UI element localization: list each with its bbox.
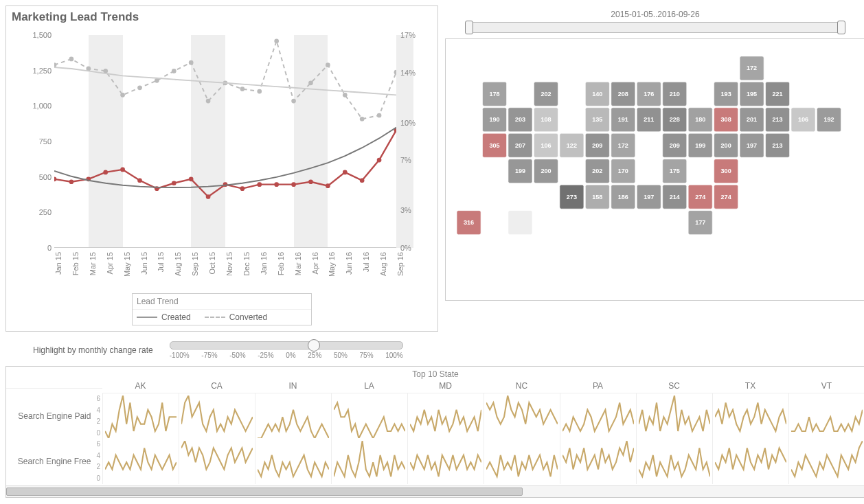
state-MD[interactable]: 197: [740, 133, 764, 157]
spark-col-SC[interactable]: SC: [636, 379, 712, 393]
state-AR[interactable]: 170: [611, 159, 635, 183]
state-LA[interactable]: 186: [611, 185, 635, 209]
state-KS[interactable]: 202: [585, 159, 609, 183]
sparkline-cell[interactable]: [407, 393, 484, 439]
state-IN[interactable]: 228: [663, 108, 687, 132]
state-OH[interactable]: 180: [688, 108, 712, 132]
state-ND[interactable]: 140: [585, 82, 609, 106]
state-AZ[interactable]: 199: [508, 159, 532, 183]
state-SC[interactable]: 274: [714, 185, 738, 209]
state-ID[interactable]: 190: [483, 108, 507, 132]
sparkline-cell[interactable]: [712, 439, 788, 484]
sparkline-cell[interactable]: [712, 393, 788, 439]
sparkline-cell[interactable]: [484, 393, 560, 439]
state-WV[interactable]: 199: [688, 133, 712, 157]
state-MS[interactable]: 197: [637, 185, 661, 209]
state-OR[interactable]: 203: [508, 108, 532, 132]
state-IA[interactable]: 191: [611, 108, 635, 132]
sparkline-cell[interactable]: [255, 393, 331, 439]
state-NE[interactable]: 209: [585, 133, 609, 157]
state-MN[interactable]: 208: [611, 82, 635, 106]
state-HI[interactable]: [508, 211, 532, 235]
state-WI[interactable]: 176: [637, 82, 661, 106]
spark-col-AK[interactable]: AK: [102, 379, 179, 393]
spark-col-IN[interactable]: IN: [255, 379, 331, 393]
svg-text:316: 316: [464, 219, 474, 226]
svg-text:273: 273: [567, 194, 577, 201]
state-CO[interactable]: 122: [560, 133, 584, 157]
svg-text:122: 122: [567, 142, 577, 149]
spark-col-VT[interactable]: VT: [788, 379, 864, 393]
state-OK[interactable]: 158: [585, 185, 609, 209]
state-AL[interactable]: 214: [663, 185, 687, 209]
state-NJ[interactable]: 201: [740, 108, 764, 132]
state-VT[interactable]: 195: [740, 82, 764, 106]
state-MO[interactable]: 172: [611, 133, 635, 157]
us-map[interactable]: 3161721782021402081762101931952211902031…: [453, 45, 851, 292]
state-NH[interactable]: 221: [766, 82, 790, 106]
sparkline-scrollbar[interactable]: [6, 485, 864, 497]
state-MI[interactable]: 210: [663, 82, 687, 106]
state-MA[interactable]: 213: [766, 108, 790, 132]
state-AK[interactable]: 316: [457, 211, 481, 235]
state-NC[interactable]: 300: [714, 159, 738, 183]
sparkline-cell[interactable]: [788, 439, 864, 484]
sparkline-cell[interactable]: [484, 439, 560, 484]
scrollbar-thumb[interactable]: [6, 488, 523, 496]
spark-col-PA[interactable]: PA: [560, 379, 636, 393]
state-TX[interactable]: 273: [560, 185, 584, 209]
highlight-slider[interactable]: [170, 341, 403, 350]
svg-text:135: 135: [592, 116, 602, 123]
sparkline-cell[interactable]: [255, 439, 331, 484]
highlight-slider-knob[interactable]: [308, 339, 320, 352]
sparkline-cell[interactable]: [179, 393, 255, 439]
spark-col-TX[interactable]: TX: [712, 379, 788, 393]
state-NM[interactable]: 200: [534, 159, 558, 183]
state-ME[interactable]: 172: [740, 56, 764, 80]
state-DE[interactable]: 213: [766, 133, 790, 157]
state-NY[interactable]: 193: [714, 82, 738, 106]
svg-point-12: [257, 182, 262, 187]
spark-col-CA[interactable]: CA: [179, 379, 255, 393]
svg-text:213: 213: [773, 142, 783, 149]
state-WA[interactable]: 178: [483, 82, 507, 106]
spark-col-LA[interactable]: LA: [331, 379, 407, 393]
state-CT[interactable]: 106: [791, 108, 815, 132]
state-VA[interactable]: 200: [714, 133, 738, 157]
sparkline-cell[interactable]: [788, 393, 864, 439]
state-MT[interactable]: 202: [534, 82, 558, 106]
state-FL[interactable]: 177: [688, 211, 712, 235]
sparkline-cell[interactable]: [179, 439, 255, 484]
sparkline-cell[interactable]: [331, 393, 407, 439]
sparkline-cell[interactable]: [102, 393, 179, 439]
state-UT[interactable]: 106: [534, 133, 558, 157]
legend-converted[interactable]: Converted: [205, 312, 267, 322]
state-KY[interactable]: 209: [663, 133, 687, 157]
sparkline-cell[interactable]: [331, 439, 407, 484]
svg-point-3: [103, 170, 108, 175]
state-SD[interactable]: 135: [585, 108, 609, 132]
state-PA[interactable]: 308: [714, 108, 738, 132]
sparkline-cell[interactable]: [636, 439, 712, 484]
legend-created[interactable]: Created: [137, 312, 191, 322]
state-NV[interactable]: 207: [508, 133, 532, 157]
svg-point-26: [137, 85, 142, 90]
state-RI[interactable]: 192: [817, 108, 841, 132]
sparkline-cell[interactable]: [560, 439, 636, 484]
date-range-slider[interactable]: [466, 22, 845, 33]
sparkline-cell[interactable]: [407, 439, 484, 484]
state-TN[interactable]: 175: [663, 159, 687, 183]
svg-text:202: 202: [592, 168, 602, 174]
date-range-handle-start[interactable]: [465, 21, 473, 34]
date-range-handle-end[interactable]: [837, 21, 845, 34]
state-IL[interactable]: 211: [637, 108, 661, 132]
trend-chart[interactable]: 02505007501,0001,2501,500 0%3%7%10%14%17…: [27, 28, 424, 289]
spark-col-NC[interactable]: NC: [484, 379, 560, 393]
state-GA[interactable]: 274: [688, 185, 712, 209]
spark-col-MD[interactable]: MD: [407, 379, 484, 393]
sparkline-cell[interactable]: [636, 393, 712, 439]
sparkline-cell[interactable]: [102, 439, 179, 484]
state-WY[interactable]: 108: [534, 108, 558, 132]
state-CA[interactable]: 305: [483, 133, 507, 157]
sparkline-cell[interactable]: [560, 393, 636, 439]
